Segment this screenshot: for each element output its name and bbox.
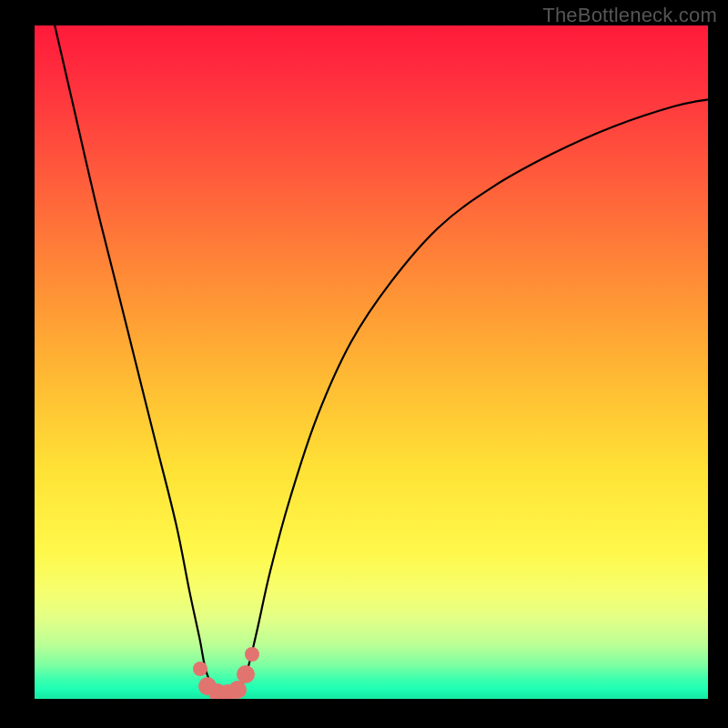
watermark-text: TheBottleneck.com — [542, 4, 717, 27]
plot-area — [35, 25, 708, 699]
data-marker — [245, 647, 259, 662]
data-marker — [228, 681, 247, 699]
data-marker — [237, 665, 255, 683]
chart-frame: TheBottleneck.com — [0, 0, 728, 728]
data-marker — [193, 662, 207, 676]
marker-layer — [35, 25, 708, 699]
